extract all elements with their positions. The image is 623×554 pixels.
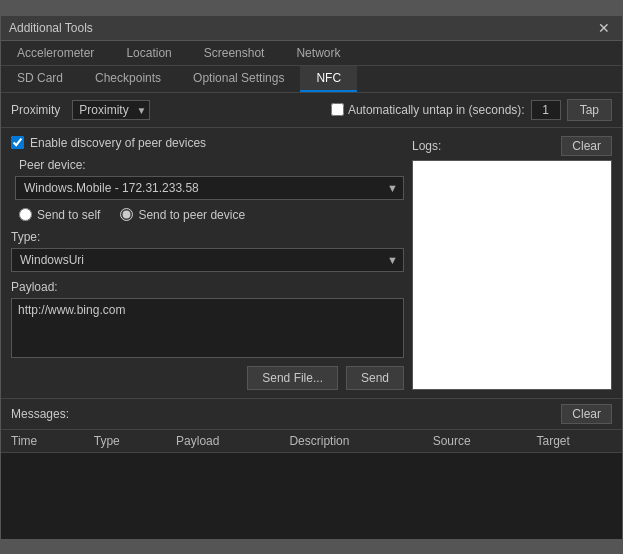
window-title: Additional Tools [9,21,93,35]
payload-textarea[interactable]: http://www.bing.com [11,298,404,358]
type-dropdown-wrapper: WindowsUri ▼ [11,248,404,272]
messages-bar: Messages: Clear [1,398,622,429]
title-bar: Additional Tools ✕ [1,16,622,41]
payload-section: Payload: http://www.bing.com [11,280,404,358]
messages-table-container: Time Type Payload Description Source Tar… [1,429,622,539]
logs-box [412,160,612,390]
payload-label: Payload: [11,280,404,294]
col-target: Target [526,430,622,453]
tab-sd-card[interactable]: SD Card [1,66,79,92]
logs-label: Logs: [412,139,441,153]
logs-header: Logs: Clear [412,136,612,156]
tab-nfc[interactable]: NFC [300,66,357,92]
send-to-self-text: Send to self [37,208,100,222]
tabs-row-1: Accelerometer Location Screenshot Networ… [1,41,622,66]
auto-untap-section: Automatically untap in (seconds): Tap [331,99,612,121]
send-to-peer-radio[interactable] [120,208,133,221]
clear-messages-button[interactable]: Clear [561,404,612,424]
enable-discovery-checkbox[interactable] [11,136,24,149]
auto-untap-checkbox-label[interactable]: Automatically untap in (seconds): [331,103,525,117]
send-button[interactable]: Send [346,366,404,390]
left-panel: Enable discovery of peer devices Peer de… [11,136,404,390]
messages-table: Time Type Payload Description Source Tar… [1,430,622,453]
proximity-label: Proximity [11,103,60,117]
type-label: Type: [11,230,404,244]
send-to-self-radio[interactable] [19,208,32,221]
messages-label: Messages: [11,407,69,421]
col-time: Time [1,430,84,453]
send-to-peer-label[interactable]: Send to peer device [120,208,245,222]
proximity-dropdown[interactable]: Proximity [72,100,150,120]
tab-checkpoints[interactable]: Checkpoints [79,66,177,92]
tab-network[interactable]: Network [280,41,356,65]
tab-accelerometer[interactable]: Accelerometer [1,41,110,65]
main-content: Enable discovery of peer devices Peer de… [1,128,622,398]
type-section: Type: WindowsUri ▼ [11,230,404,272]
close-button[interactable]: ✕ [594,20,614,36]
col-source: Source [423,430,527,453]
tap-button[interactable]: Tap [567,99,612,121]
tab-location[interactable]: Location [110,41,187,65]
peer-dropdown-wrapper: Windows.Mobile - 172.31.233.58 ▼ [15,176,404,200]
tab-optional-settings[interactable]: Optional Settings [177,66,300,92]
peer-device-label: Peer device: [19,158,404,172]
clear-logs-button[interactable]: Clear [561,136,612,156]
send-to-peer-text: Send to peer device [138,208,245,222]
proximity-dropdown-wrapper: Proximity ▼ [72,100,150,120]
auto-untap-label: Automatically untap in (seconds): [348,103,525,117]
messages-table-header-row: Time Type Payload Description Source Tar… [1,430,622,453]
tabs-row-2: SD Card Checkpoints Optional Settings NF… [1,66,622,93]
top-bar: Proximity Proximity ▼ Automatically unta… [1,93,622,128]
col-type: Type [84,430,166,453]
auto-untap-checkbox[interactable] [331,103,344,116]
action-row: Send File... Send [11,366,404,390]
radio-row: Send to self Send to peer device [19,208,404,222]
additional-tools-window: Additional Tools ✕ Accelerometer Locatio… [0,15,623,540]
enable-discovery-label[interactable]: Enable discovery of peer devices [30,136,206,150]
send-file-button[interactable]: Send File... [247,366,338,390]
enable-discovery-row: Enable discovery of peer devices [11,136,404,150]
auto-untap-seconds-input[interactable] [531,100,561,120]
send-to-self-label[interactable]: Send to self [19,208,100,222]
peer-device-dropdown[interactable]: Windows.Mobile - 172.31.233.58 [15,176,404,200]
tab-screenshot[interactable]: Screenshot [188,41,281,65]
right-panel: Logs: Clear [412,136,612,390]
col-description: Description [279,430,422,453]
type-dropdown[interactable]: WindowsUri [11,248,404,272]
peer-device-section: Peer device: Windows.Mobile - 172.31.233… [15,158,404,200]
col-payload: Payload [166,430,279,453]
